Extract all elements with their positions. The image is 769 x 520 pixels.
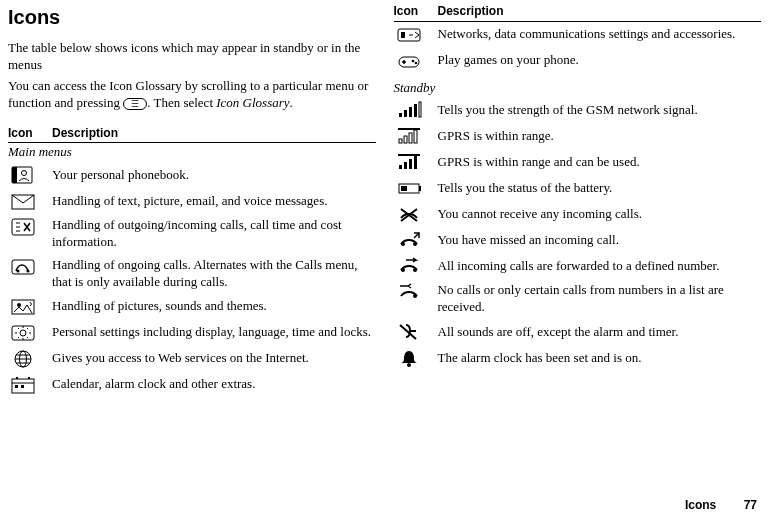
footer-label: Icons [685, 498, 716, 512]
footer-page: 77 [744, 498, 757, 512]
menu-key-icon: ☰ [123, 98, 147, 110]
table-row: Handling of outgoing/incoming calls, cal… [8, 214, 376, 254]
left-column: Icons The table below shows icons which … [8, 4, 376, 398]
th-icon: Icon [8, 126, 52, 143]
call-list-icon [394, 281, 426, 303]
intro-line2: You can access the Icon Glossary by scro… [8, 78, 376, 112]
connect-icon [394, 24, 426, 46]
signal-icon [394, 99, 426, 121]
section-main-menus: Main menus [8, 143, 376, 162]
th-description: Description [52, 126, 376, 143]
call-info-icon [8, 216, 40, 238]
th-icon: Icon [394, 4, 438, 21]
icon-table-right: Icon Description Networks, data communic… [394, 4, 762, 371]
battery-icon [394, 177, 426, 199]
table-row: You cannot receive any incoming calls. [394, 201, 762, 227]
phonebook-icon [8, 164, 40, 186]
table-row: Handling of text, picture, email, and vo… [8, 188, 376, 214]
extras-icon [8, 374, 40, 396]
web-icon [8, 348, 40, 370]
table-row: Networks, data communications settings a… [394, 21, 762, 48]
pictures-sounds-icon [8, 296, 40, 318]
missed-call-icon [394, 229, 426, 251]
page-footer: Icons 77 [685, 498, 757, 514]
table-row: Tells you the strength of the GSM networ… [394, 97, 762, 123]
table-row: The alarm clock has been set and is on. [394, 345, 762, 371]
table-row: Calendar, alarm clock and other extras. [8, 372, 376, 398]
table-row: No calls or only certain calls from numb… [394, 279, 762, 319]
right-column: Icon Description Networks, data communic… [394, 4, 762, 398]
table-row: Your personal phonebook. [8, 162, 376, 188]
intro-text: The table below shows icons which may ap… [8, 40, 376, 112]
table-row: All sounds are off, except the alarm and… [394, 319, 762, 345]
games-icon [394, 50, 426, 72]
table-row: All incoming calls are forwarded to a de… [394, 253, 762, 279]
table-row: Tells you the status of the battery. [394, 175, 762, 201]
icon-table-left: Icon Description Main menus Your persona… [8, 126, 376, 398]
table-row: You have missed an incoming call. [394, 227, 762, 253]
gprs-use-icon [394, 151, 426, 173]
table-row: Gives you access to Web services on the … [8, 346, 376, 372]
table-row: GPRS is within range. [394, 123, 762, 149]
messages-icon [8, 190, 40, 212]
table-row: Handling of ongoing calls. Alternates wi… [8, 254, 376, 294]
silent-icon [394, 321, 426, 343]
table-row: Handling of pictures, sounds and themes. [8, 294, 376, 320]
table-row: Personal settings including display, lan… [8, 320, 376, 346]
gprs-range-icon [394, 125, 426, 147]
page-title: Icons [8, 4, 376, 30]
alarm-icon [394, 347, 426, 369]
ongoing-calls-icon [8, 256, 40, 278]
table-row: GPRS is within range and can be used. [394, 149, 762, 175]
th-description: Description [438, 4, 762, 21]
no-calls-icon [394, 203, 426, 225]
table-row: Play games on your phone. [394, 48, 762, 74]
settings-icon [8, 322, 40, 344]
forward-icon [394, 255, 426, 277]
intro-line1: The table below shows icons which may ap… [8, 40, 376, 74]
section-standby: Standby [394, 74, 762, 98]
